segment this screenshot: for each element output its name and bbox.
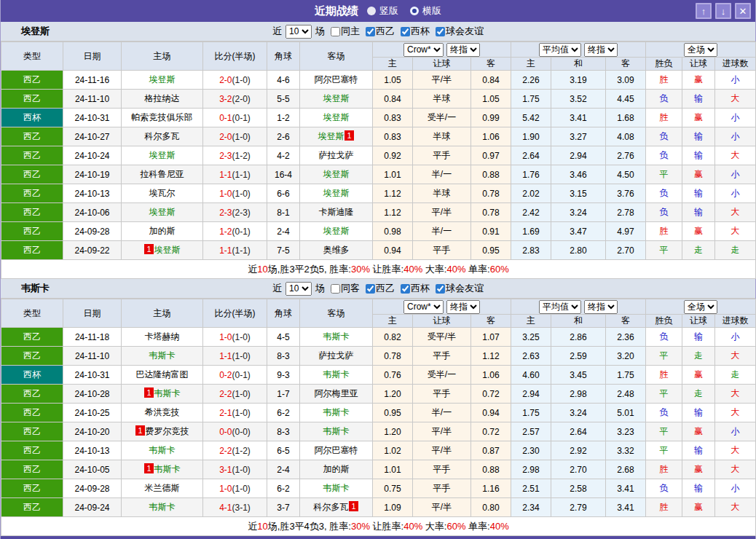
fulltime-score: 4-1 <box>219 503 232 513</box>
away-team: 萨拉戈萨 <box>300 347 373 366</box>
avg-home-odds: 2.83 <box>511 241 551 260</box>
avg-source-select[interactable]: 平均值 <box>539 43 581 57</box>
scroll-down-button[interactable]: ↓ <box>715 3 731 19</box>
league-filter-label: 球会友谊 <box>446 25 484 38</box>
league-checkbox-0[interactable] <box>366 284 375 294</box>
corner-score: 6-2 <box>267 404 300 422</box>
match-score: 2-2(1-2) <box>203 441 267 460</box>
league-checkbox-2[interactable] <box>436 27 445 36</box>
handicap-line: 半球 <box>413 184 471 203</box>
away-team: 埃登斯1 <box>300 127 373 146</box>
same-venue-label: 同主 <box>341 25 360 38</box>
result-handicap: 赢 <box>682 422 715 441</box>
handicap-home-odds: 0.92 <box>373 146 413 165</box>
match-score: 1-0(1-0) <box>203 328 267 347</box>
corner-score: 8-3 <box>267 347 300 366</box>
avg-draw-odds: 2.79 <box>551 498 606 517</box>
handicap-line: 受半/一 <box>413 109 471 127</box>
match-row: 西乙24-11-18卡塔赫纳1-0(1-0)4-5韦斯卡0.82受平/半1.07… <box>1 328 756 347</box>
result-scope-select[interactable]: 全场 <box>684 43 717 57</box>
avg-final-select[interactable]: 终指 <box>584 43 618 57</box>
result-handicap: 输 <box>682 127 715 146</box>
fulltime-score: 1-2 <box>219 227 232 237</box>
handicap-home-odds: 1.01 <box>373 460 413 479</box>
avg-away-odds: 3.32 <box>606 441 646 460</box>
summary-text-segment: 场,胜3平2负5, 胜率: <box>268 264 351 275</box>
summary-text-segment: 大率: <box>422 264 446 275</box>
avg-home-odds: 3.25 <box>511 328 551 347</box>
result-outcome: 负 <box>646 479 682 498</box>
match-score: 1-2(0-1) <box>203 222 267 241</box>
team-name-text: 韦斯卡 <box>154 388 181 398</box>
recent-count-select[interactable]: 10 <box>286 282 312 296</box>
corner-score: 8-1 <box>267 203 300 222</box>
odds-source-select[interactable]: Crow* <box>403 300 444 314</box>
avg-draw-odds: 3.15 <box>551 184 606 203</box>
radio-vertical-layout[interactable]: 竖版 <box>367 4 398 17</box>
same-venue-checkbox[interactable] <box>331 27 340 36</box>
recent-suffix-label: 场 <box>315 282 325 295</box>
avg-subheader-0: 主 <box>511 58 551 71</box>
match-row: 西乙24-09-28加的斯1-2(0-1)2-4埃登斯0.98半/一0.911.… <box>1 222 756 241</box>
result-scope-select[interactable]: 全场 <box>684 300 717 314</box>
team-name-text: 埃登斯 <box>323 226 350 236</box>
league-checkbox-2[interactable] <box>436 284 445 294</box>
away-team: 加的斯 <box>300 460 373 479</box>
home-team: 1韦斯卡 <box>122 385 203 404</box>
match-score: 2-2(1-0) <box>203 385 267 404</box>
col-header-1: 日期 <box>63 42 122 71</box>
halftime-score: (2-0) <box>232 94 251 104</box>
handicap-home-odds: 1.20 <box>373 385 413 404</box>
match-type-badge: 西乙 <box>1 422 63 441</box>
summary-highlight-value: 60% <box>490 264 509 275</box>
avg-final-select[interactable]: 终指 <box>584 300 618 314</box>
league-checkbox-1[interactable] <box>401 284 410 294</box>
team-section: 韦斯卡近10场同客西乙西杯球会友谊类型日期主场比分(半场)角球客场Crow*终指… <box>1 279 755 536</box>
corner-score: 2-4 <box>267 222 300 241</box>
result-goals: 大 <box>715 404 756 422</box>
match-score: 1-0(1-0) <box>203 184 267 203</box>
odds-subheader-0: 主 <box>373 58 413 71</box>
fulltime-score: 1-1 <box>219 351 232 361</box>
fulltime-score: 3-1 <box>219 465 232 475</box>
avg-source-select[interactable]: 平均值 <box>539 300 581 314</box>
away-team: 埃登斯 <box>300 90 373 109</box>
radio-horizontal-layout[interactable]: 横版 <box>410 4 441 17</box>
match-type-badge: 西乙 <box>1 222 63 241</box>
league-checkbox-0[interactable] <box>366 27 375 36</box>
league-checkbox-1[interactable] <box>401 27 410 36</box>
avg-draw-odds: 2.64 <box>551 422 606 441</box>
result-subheader-2: 进球数 <box>715 58 756 71</box>
team-name-text: 希洪竞技 <box>145 407 180 417</box>
match-row: 西乙24-10-24埃登斯2-3(1-2)4-2萨拉戈萨0.92平手0.972.… <box>1 146 756 165</box>
result-goals: 小 <box>715 127 756 146</box>
avg-away-odds: 2.68 <box>606 460 646 479</box>
col-header-0: 类型 <box>1 299 63 328</box>
match-type-badge: 西乙 <box>1 404 63 422</box>
odds-final-select[interactable]: 终指 <box>446 43 480 57</box>
match-row: 西乙24-10-25希洪竞技2-1(1-0)6-2韦斯卡0.95半/一0.941… <box>1 404 756 422</box>
away-team: 萨拉戈萨 <box>300 146 373 165</box>
odds-source-select[interactable]: Crow* <box>403 43 444 57</box>
avg-draw-odds: 2.80 <box>551 241 606 260</box>
match-score: 1-1(1-1) <box>203 165 267 184</box>
handicap-home-odds: 0.82 <box>373 328 413 347</box>
result-outcome: 负 <box>646 203 682 222</box>
avg-home-odds: 2.63 <box>511 347 551 366</box>
odds-final-select[interactable]: 终指 <box>446 300 480 314</box>
handicap-away-odds: 1.12 <box>471 347 511 366</box>
same-venue-checkbox[interactable] <box>331 284 340 294</box>
match-date: 24-10-31 <box>63 366 122 385</box>
result-group-header: 全场 <box>646 299 756 315</box>
recent-count-select[interactable]: 10 <box>286 25 312 39</box>
team-name-text: 费罗尔竞技 <box>146 426 189 436</box>
match-row: 西乙24-11-16埃登斯2-0(1-0)4-6阿尔巴塞特1.05平/半0.84… <box>1 71 756 90</box>
halftime-score: (1-0) <box>232 389 251 399</box>
red-badge: 1 <box>144 387 153 398</box>
avg-home-odds: 2.42 <box>511 203 551 222</box>
handicap-line: 半球 <box>413 90 471 109</box>
handicap-away-odds: 1.06 <box>471 127 511 146</box>
halftime-score: (1-0) <box>232 408 251 418</box>
scroll-up-button[interactable]: ↑ <box>696 3 712 19</box>
close-button[interactable]: ✕ <box>735 3 751 19</box>
